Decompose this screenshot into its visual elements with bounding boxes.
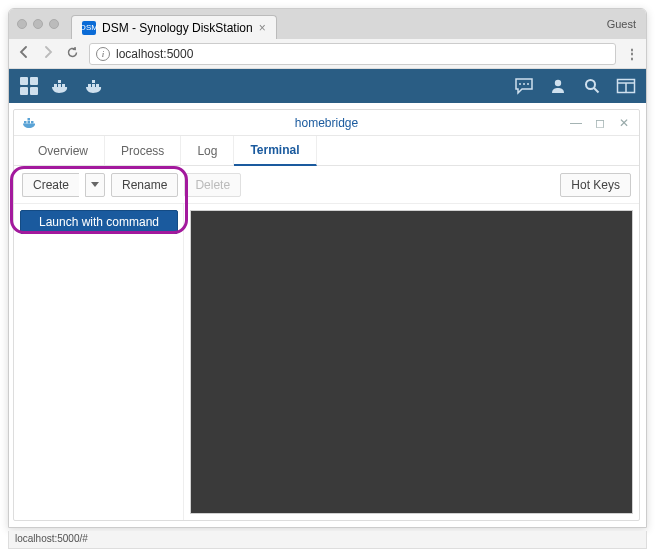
docker-alt-icon[interactable] bbox=[87, 76, 107, 96]
window-maximize-icon[interactable]: ◻ bbox=[593, 116, 607, 130]
search-icon[interactable] bbox=[582, 76, 602, 96]
hotkeys-button[interactable]: Hot Keys bbox=[560, 173, 631, 197]
svg-rect-0 bbox=[54, 84, 57, 87]
address-bar[interactable]: i localhost:5000 bbox=[89, 43, 616, 65]
svg-point-8 bbox=[519, 83, 521, 85]
user-icon[interactable] bbox=[548, 76, 568, 96]
terminal-output[interactable] bbox=[190, 210, 633, 514]
svg-rect-1 bbox=[58, 84, 61, 87]
svg-rect-3 bbox=[58, 80, 61, 83]
svg-rect-5 bbox=[92, 84, 95, 87]
delete-button: Delete bbox=[184, 173, 241, 197]
window-close-icon[interactable]: ✕ bbox=[617, 116, 631, 130]
reload-icon[interactable] bbox=[65, 46, 79, 62]
create-button[interactable]: Create bbox=[22, 173, 79, 197]
svg-rect-20 bbox=[28, 118, 31, 121]
browser-status-bar: localhost:5000/# bbox=[8, 531, 647, 549]
terminal-toolbar: Create Rename Delete Hot Keys bbox=[14, 166, 639, 204]
svg-line-13 bbox=[594, 88, 599, 93]
browser-tab-title: DSM - Synology DiskStation bbox=[102, 21, 253, 35]
svg-rect-4 bbox=[88, 84, 91, 87]
window-tabs: Overview Process Log Terminal bbox=[14, 136, 639, 166]
browser-menu-icon[interactable]: ⋮ bbox=[626, 51, 638, 57]
create-dropdown-caret[interactable] bbox=[85, 173, 105, 197]
docker-small-icon bbox=[22, 113, 42, 133]
terminal-side-panel: Launch with command bbox=[14, 204, 184, 520]
back-icon[interactable] bbox=[17, 46, 31, 61]
window-titlebar[interactable]: homebridge — ◻ ✕ bbox=[14, 110, 639, 136]
dsm-topbar bbox=[9, 69, 646, 103]
svg-point-9 bbox=[523, 83, 525, 85]
tab-close-icon[interactable]: × bbox=[259, 21, 266, 35]
docker-window: homebridge — ◻ ✕ Overview Process Log Te… bbox=[13, 109, 640, 521]
svg-rect-6 bbox=[96, 84, 99, 87]
chat-icon[interactable] bbox=[514, 76, 534, 96]
dsm-favicon-icon: DSM bbox=[82, 21, 96, 35]
guest-label: Guest bbox=[607, 18, 636, 30]
svg-point-11 bbox=[555, 80, 561, 86]
tab-overview[interactable]: Overview bbox=[22, 136, 105, 165]
dsm-desktop: homebridge — ◻ ✕ Overview Process Log Te… bbox=[9, 103, 646, 527]
browser-tab[interactable]: DSM DSM - Synology DiskStation × bbox=[71, 15, 277, 39]
window-title: homebridge bbox=[14, 116, 639, 130]
traffic-min-icon[interactable] bbox=[33, 19, 43, 29]
browser-window: DSM DSM - Synology DiskStation × Guest i… bbox=[8, 8, 647, 528]
window-traffic-lights bbox=[17, 19, 59, 29]
forward-icon[interactable] bbox=[41, 46, 55, 61]
widgets-icon[interactable] bbox=[616, 76, 636, 96]
launch-with-command-item[interactable]: Launch with command bbox=[20, 210, 178, 234]
browser-toolbar: i localhost:5000 ⋮ bbox=[9, 39, 646, 69]
browser-tab-strip: DSM DSM - Synology DiskStation × Guest bbox=[9, 9, 646, 39]
svg-rect-7 bbox=[92, 80, 95, 83]
svg-point-12 bbox=[586, 80, 595, 89]
traffic-max-icon[interactable] bbox=[49, 19, 59, 29]
tab-log[interactable]: Log bbox=[181, 136, 234, 165]
site-info-icon[interactable]: i bbox=[96, 47, 110, 61]
svg-rect-19 bbox=[31, 121, 34, 124]
terminal-body: Launch with command bbox=[14, 204, 639, 520]
svg-point-10 bbox=[527, 83, 529, 85]
docker-icon[interactable] bbox=[53, 76, 73, 96]
tab-terminal[interactable]: Terminal bbox=[234, 136, 316, 166]
rename-button[interactable]: Rename bbox=[111, 173, 178, 197]
window-minimize-icon[interactable]: — bbox=[569, 116, 583, 130]
app-launcher-icon[interactable] bbox=[19, 76, 39, 96]
chevron-down-icon bbox=[91, 182, 99, 188]
svg-rect-2 bbox=[62, 84, 65, 87]
terminal-content bbox=[184, 204, 639, 520]
traffic-close-icon[interactable] bbox=[17, 19, 27, 29]
url-text: localhost:5000 bbox=[116, 47, 193, 61]
tab-process[interactable]: Process bbox=[105, 136, 181, 165]
svg-rect-17 bbox=[24, 121, 27, 124]
svg-rect-18 bbox=[28, 121, 31, 124]
